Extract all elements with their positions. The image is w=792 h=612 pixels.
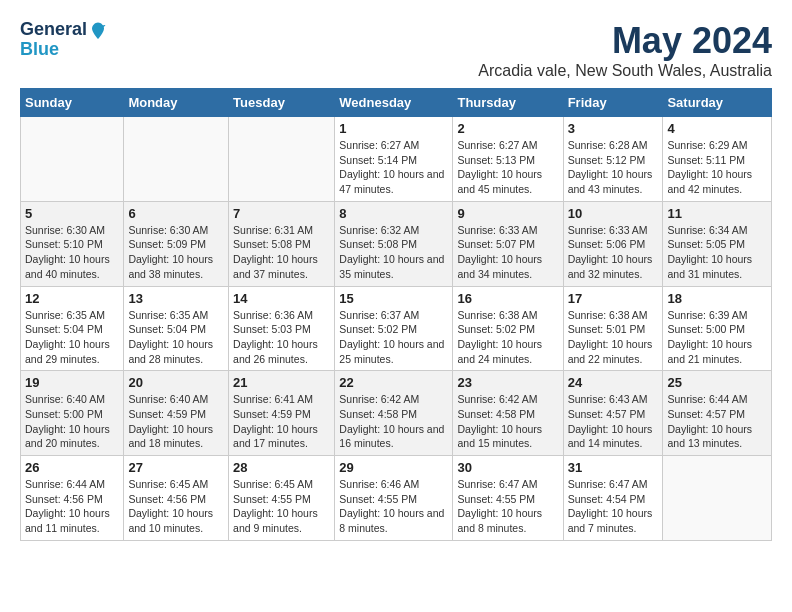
calendar-cell: 11Sunrise: 6:34 AM Sunset: 5:05 PM Dayli… [663, 201, 772, 286]
calendar-week-4: 19Sunrise: 6:40 AM Sunset: 5:00 PM Dayli… [21, 371, 772, 456]
day-number: 2 [457, 121, 558, 136]
day-info: Sunrise: 6:34 AM Sunset: 5:05 PM Dayligh… [667, 223, 767, 282]
day-number: 23 [457, 375, 558, 390]
day-info: Sunrise: 6:44 AM Sunset: 4:57 PM Dayligh… [667, 392, 767, 451]
day-info: Sunrise: 6:28 AM Sunset: 5:12 PM Dayligh… [568, 138, 659, 197]
day-number: 26 [25, 460, 119, 475]
calendar-cell: 26Sunrise: 6:44 AM Sunset: 4:56 PM Dayli… [21, 456, 124, 541]
day-info: Sunrise: 6:32 AM Sunset: 5:08 PM Dayligh… [339, 223, 448, 282]
calendar-body: 1Sunrise: 6:27 AM Sunset: 5:14 PM Daylig… [21, 117, 772, 541]
calendar-cell: 20Sunrise: 6:40 AM Sunset: 4:59 PM Dayli… [124, 371, 229, 456]
day-info: Sunrise: 6:30 AM Sunset: 5:09 PM Dayligh… [128, 223, 224, 282]
day-info: Sunrise: 6:29 AM Sunset: 5:11 PM Dayligh… [667, 138, 767, 197]
day-info: Sunrise: 6:47 AM Sunset: 4:55 PM Dayligh… [457, 477, 558, 536]
calendar-cell: 19Sunrise: 6:40 AM Sunset: 5:00 PM Dayli… [21, 371, 124, 456]
calendar-cell: 12Sunrise: 6:35 AM Sunset: 5:04 PM Dayli… [21, 286, 124, 371]
logo-line2: Blue [20, 40, 107, 60]
calendar-cell: 24Sunrise: 6:43 AM Sunset: 4:57 PM Dayli… [563, 371, 663, 456]
day-info: Sunrise: 6:39 AM Sunset: 5:00 PM Dayligh… [667, 308, 767, 367]
calendar-cell [229, 117, 335, 202]
day-number: 19 [25, 375, 119, 390]
day-number: 14 [233, 291, 330, 306]
logo-line1: General [20, 20, 87, 40]
day-number: 1 [339, 121, 448, 136]
day-info: Sunrise: 6:42 AM Sunset: 4:58 PM Dayligh… [339, 392, 448, 451]
day-number: 29 [339, 460, 448, 475]
calendar-week-3: 12Sunrise: 6:35 AM Sunset: 5:04 PM Dayli… [21, 286, 772, 371]
main-title: May 2024 [478, 20, 772, 62]
page-header: General Blue May 2024 Arcadia vale, New … [20, 20, 772, 80]
day-info: Sunrise: 6:42 AM Sunset: 4:58 PM Dayligh… [457, 392, 558, 451]
calendar-cell: 22Sunrise: 6:42 AM Sunset: 4:58 PM Dayli… [335, 371, 453, 456]
day-info: Sunrise: 6:33 AM Sunset: 5:07 PM Dayligh… [457, 223, 558, 282]
day-info: Sunrise: 6:38 AM Sunset: 5:01 PM Dayligh… [568, 308, 659, 367]
title-area: May 2024 Arcadia vale, New South Wales, … [478, 20, 772, 80]
calendar-cell: 5Sunrise: 6:30 AM Sunset: 5:10 PM Daylig… [21, 201, 124, 286]
day-number: 8 [339, 206, 448, 221]
day-info: Sunrise: 6:31 AM Sunset: 5:08 PM Dayligh… [233, 223, 330, 282]
day-info: Sunrise: 6:43 AM Sunset: 4:57 PM Dayligh… [568, 392, 659, 451]
day-info: Sunrise: 6:27 AM Sunset: 5:14 PM Dayligh… [339, 138, 448, 197]
calendar-cell: 14Sunrise: 6:36 AM Sunset: 5:03 PM Dayli… [229, 286, 335, 371]
calendar-cell: 27Sunrise: 6:45 AM Sunset: 4:56 PM Dayli… [124, 456, 229, 541]
day-info: Sunrise: 6:45 AM Sunset: 4:55 PM Dayligh… [233, 477, 330, 536]
logo-text: General Blue [20, 20, 107, 60]
day-number: 7 [233, 206, 330, 221]
day-info: Sunrise: 6:40 AM Sunset: 4:59 PM Dayligh… [128, 392, 224, 451]
calendar-cell: 1Sunrise: 6:27 AM Sunset: 5:14 PM Daylig… [335, 117, 453, 202]
column-header-saturday: Saturday [663, 89, 772, 117]
calendar-cell: 15Sunrise: 6:37 AM Sunset: 5:02 PM Dayli… [335, 286, 453, 371]
day-number: 30 [457, 460, 558, 475]
column-header-wednesday: Wednesday [335, 89, 453, 117]
day-number: 12 [25, 291, 119, 306]
calendar-cell [663, 456, 772, 541]
day-info: Sunrise: 6:44 AM Sunset: 4:56 PM Dayligh… [25, 477, 119, 536]
day-info: Sunrise: 6:35 AM Sunset: 5:04 PM Dayligh… [25, 308, 119, 367]
day-number: 15 [339, 291, 448, 306]
day-number: 4 [667, 121, 767, 136]
day-number: 21 [233, 375, 330, 390]
calendar-cell: 6Sunrise: 6:30 AM Sunset: 5:09 PM Daylig… [124, 201, 229, 286]
day-number: 6 [128, 206, 224, 221]
day-number: 11 [667, 206, 767, 221]
calendar-header-row: SundayMondayTuesdayWednesdayThursdayFrid… [21, 89, 772, 117]
calendar-cell: 21Sunrise: 6:41 AM Sunset: 4:59 PM Dayli… [229, 371, 335, 456]
day-info: Sunrise: 6:36 AM Sunset: 5:03 PM Dayligh… [233, 308, 330, 367]
calendar-cell: 9Sunrise: 6:33 AM Sunset: 5:07 PM Daylig… [453, 201, 563, 286]
day-info: Sunrise: 6:40 AM Sunset: 5:00 PM Dayligh… [25, 392, 119, 451]
day-number: 31 [568, 460, 659, 475]
column-header-thursday: Thursday [453, 89, 563, 117]
day-number: 22 [339, 375, 448, 390]
day-number: 27 [128, 460, 224, 475]
day-number: 10 [568, 206, 659, 221]
calendar-cell: 28Sunrise: 6:45 AM Sunset: 4:55 PM Dayli… [229, 456, 335, 541]
calendar-cell: 7Sunrise: 6:31 AM Sunset: 5:08 PM Daylig… [229, 201, 335, 286]
column-header-sunday: Sunday [21, 89, 124, 117]
calendar-week-5: 26Sunrise: 6:44 AM Sunset: 4:56 PM Dayli… [21, 456, 772, 541]
day-number: 3 [568, 121, 659, 136]
day-info: Sunrise: 6:33 AM Sunset: 5:06 PM Dayligh… [568, 223, 659, 282]
calendar-table: SundayMondayTuesdayWednesdayThursdayFrid… [20, 88, 772, 541]
calendar-cell [21, 117, 124, 202]
day-number: 9 [457, 206, 558, 221]
calendar-cell: 10Sunrise: 6:33 AM Sunset: 5:06 PM Dayli… [563, 201, 663, 286]
calendar-cell: 3Sunrise: 6:28 AM Sunset: 5:12 PM Daylig… [563, 117, 663, 202]
day-info: Sunrise: 6:27 AM Sunset: 5:13 PM Dayligh… [457, 138, 558, 197]
day-number: 20 [128, 375, 224, 390]
day-info: Sunrise: 6:45 AM Sunset: 4:56 PM Dayligh… [128, 477, 224, 536]
calendar-cell: 8Sunrise: 6:32 AM Sunset: 5:08 PM Daylig… [335, 201, 453, 286]
calendar-cell: 30Sunrise: 6:47 AM Sunset: 4:55 PM Dayli… [453, 456, 563, 541]
day-number: 25 [667, 375, 767, 390]
day-number: 5 [25, 206, 119, 221]
calendar-cell [124, 117, 229, 202]
calendar-cell: 25Sunrise: 6:44 AM Sunset: 4:57 PM Dayli… [663, 371, 772, 456]
subtitle: Arcadia vale, New South Wales, Australia [478, 62, 772, 80]
day-number: 28 [233, 460, 330, 475]
day-number: 24 [568, 375, 659, 390]
calendar-cell: 31Sunrise: 6:47 AM Sunset: 4:54 PM Dayli… [563, 456, 663, 541]
day-info: Sunrise: 6:46 AM Sunset: 4:55 PM Dayligh… [339, 477, 448, 536]
day-info: Sunrise: 6:37 AM Sunset: 5:02 PM Dayligh… [339, 308, 448, 367]
calendar-cell: 17Sunrise: 6:38 AM Sunset: 5:01 PM Dayli… [563, 286, 663, 371]
calendar-cell: 13Sunrise: 6:35 AM Sunset: 5:04 PM Dayli… [124, 286, 229, 371]
day-number: 16 [457, 291, 558, 306]
